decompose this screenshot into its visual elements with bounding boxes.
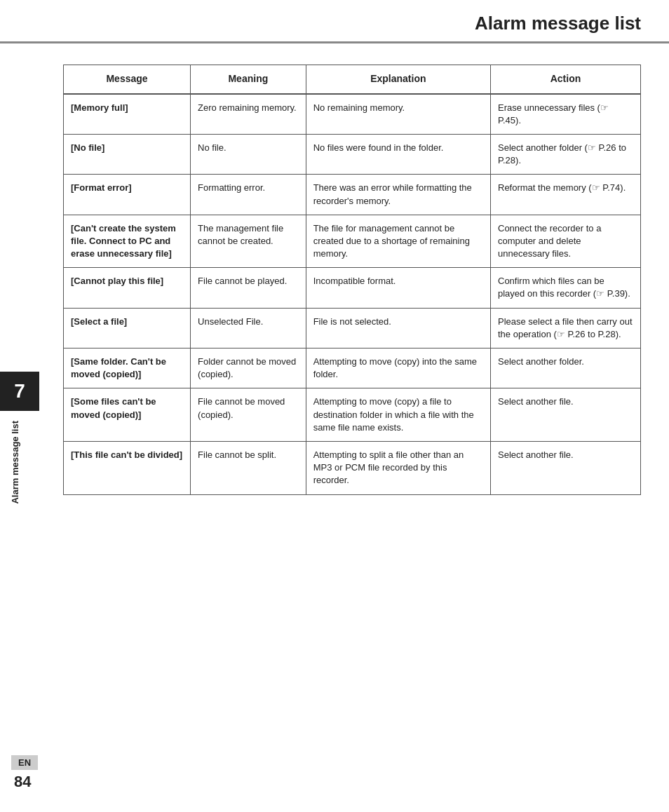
header-meaning: Meaning [191,65,306,94]
header-explanation: Explanation [306,65,490,94]
page-title: Alarm message list [0,0,669,43]
cell-explanation-6: Attempting to move (copy) into the same … [306,349,490,388]
cell-explanation-8: Attempting to split a file other than an… [306,441,490,494]
cell-message-2: [Format error] [64,175,191,215]
cell-explanation-0: No remaining memory. [306,94,490,135]
cell-action-8: Select another file. [491,441,641,494]
cell-message-7: [Some files can't be moved (copied)] [64,388,191,442]
cell-meaning-4: File cannot be played. [191,268,306,308]
footer-page-number: 84 [11,773,31,791]
footer: EN 84 [0,755,84,791]
cell-action-1: Select another folder (☞ P.26 to P.28). [491,134,641,174]
table-row: [No file]No file.No files were found in … [64,134,641,174]
cell-message-6: [Same folder. Can't be moved (copied)] [64,349,191,388]
cell-message-4: [Cannot play this file] [64,268,191,308]
cell-meaning-7: File cannot be moved (copied). [191,388,306,442]
cell-explanation-4: Incompatible format. [306,268,490,308]
sidebar-chapter-label: Alarm message list [10,421,20,504]
cell-explanation-7: Attempting to move (copy) a file to dest… [306,388,490,442]
cell-explanation-5: File is not selected. [306,308,490,348]
table-row: [Cannot play this file]File cannot be pl… [64,268,641,308]
alarm-message-table: Message Meaning Explanation Action [Memo… [63,65,641,495]
cell-action-2: Reformat the memory (☞ P.74). [491,175,641,215]
sidebar-chapter-number: 7 [0,372,39,411]
cell-message-0: [Memory full] [64,94,191,135]
sidebar: 7 Alarm message list [0,77,50,708]
cell-message-3: [Can't create the system file. Connect t… [64,215,191,268]
cell-action-5: Please select a file then carry out the … [491,308,641,348]
cell-meaning-5: Unselected File. [191,308,306,348]
cell-explanation-3: The file for management cannot be create… [306,215,490,268]
cell-message-1: [No file] [64,134,191,174]
main-content: Message Meaning Explanation Action [Memo… [0,43,669,509]
cell-action-6: Select another folder. [491,349,641,388]
cell-meaning-2: Formatting error. [191,175,306,215]
cell-explanation-2: There was an error while formatting the … [306,175,490,215]
cell-action-4: Confirm which files can be played on thi… [491,268,641,308]
cell-action-3: Connect the recorder to a computer and d… [491,215,641,268]
cell-action-0: Erase unnecessary files (☞ P.45). [491,94,641,135]
table-row: [Select a file]Unselected File.File is n… [64,308,641,348]
cell-explanation-1: No files were found in the folder. [306,134,490,174]
header-action: Action [491,65,641,94]
table-row: [This file can't be divided]File cannot … [64,441,641,494]
cell-meaning-3: The management file cannot be created. [191,215,306,268]
cell-message-8: [This file can't be divided] [64,441,191,494]
footer-language: EN [11,755,38,770]
table-row: [Same folder. Can't be moved (copied)]Fo… [64,349,641,388]
header-message: Message [64,65,191,94]
cell-message-5: [Select a file] [64,308,191,348]
cell-meaning-1: No file. [191,134,306,174]
cell-meaning-6: Folder cannot be moved (copied). [191,349,306,388]
table-row: [Memory full]Zero remaining memory.No re… [64,94,641,135]
cell-action-7: Select another file. [491,388,641,442]
cell-meaning-0: Zero remaining memory. [191,94,306,135]
table-row: [Some files can't be moved (copied)]File… [64,388,641,442]
table-row: [Format error]Formatting error.There was… [64,175,641,215]
cell-meaning-8: File cannot be split. [191,441,306,494]
table-row: [Can't create the system file. Connect t… [64,215,641,268]
